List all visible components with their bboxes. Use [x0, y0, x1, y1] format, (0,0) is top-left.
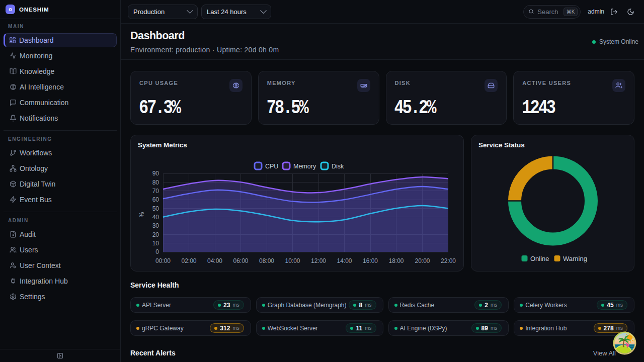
svg-text:Memory: Memory: [293, 163, 316, 170]
svg-text:70: 70: [152, 188, 159, 195]
svg-text:20: 20: [152, 231, 159, 238]
svg-text:14:00: 14:00: [337, 257, 352, 264]
svg-text:90: 90: [152, 170, 159, 177]
svg-text:30: 30: [152, 222, 159, 229]
svg-text:22:00: 22:00: [441, 257, 456, 264]
svg-text:10:00: 10:00: [285, 257, 300, 264]
svg-text:0: 0: [155, 248, 159, 255]
svg-text:18:00: 18:00: [388, 257, 404, 264]
svg-text:00:00: 00:00: [155, 257, 171, 264]
svg-text:06:00: 06:00: [233, 257, 248, 264]
svg-text:80: 80: [152, 179, 159, 186]
svg-text:Disk: Disk: [332, 163, 344, 170]
svg-text:04:00: 04:00: [207, 257, 222, 264]
svg-text:Online: Online: [530, 255, 549, 262]
svg-text:02:00: 02:00: [181, 257, 196, 264]
svg-text:16:00: 16:00: [363, 257, 378, 264]
svg-text:50: 50: [152, 205, 159, 212]
svg-text:%: %: [138, 212, 145, 217]
svg-text:40: 40: [152, 214, 159, 221]
svg-text:12:00: 12:00: [311, 257, 326, 264]
svg-text:Warning: Warning: [563, 255, 587, 262]
svg-text:60: 60: [152, 196, 159, 203]
svg-text:08:00: 08:00: [259, 257, 274, 264]
svg-text:10: 10: [152, 240, 159, 247]
svg-text:CPU: CPU: [265, 163, 278, 170]
svg-text:20:00: 20:00: [415, 257, 430, 264]
